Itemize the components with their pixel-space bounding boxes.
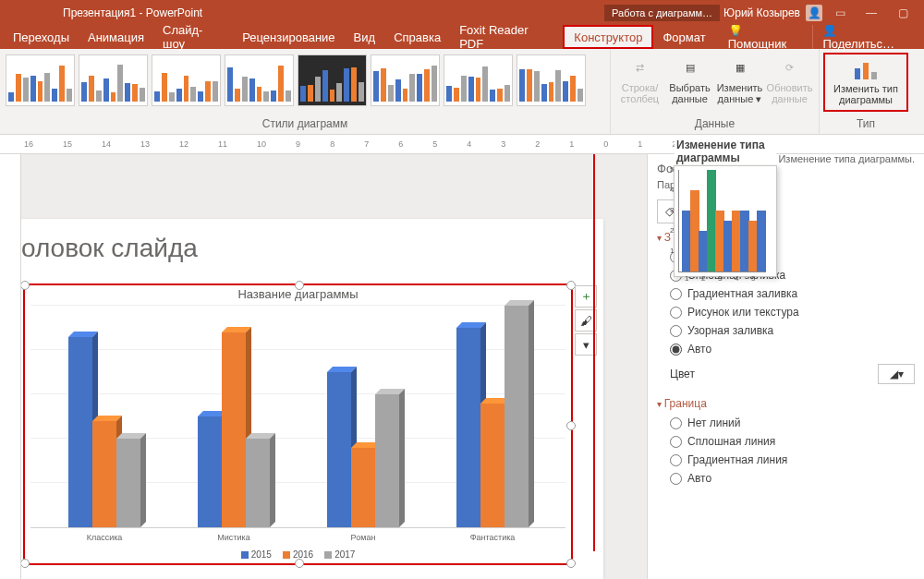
tab-справка[interactable]: Справка	[384, 25, 450, 49]
chart-style-thumb[interactable]	[371, 54, 440, 106]
category-label: Фантастика	[437, 533, 548, 542]
color-label: Цвет	[670, 368, 695, 380]
data-group-label: Данные	[611, 115, 819, 134]
type-group-label: Тип	[820, 115, 912, 134]
tell-me-button[interactable]: 💡 Помощник	[719, 25, 813, 49]
chart-object[interactable]: Название диаграммы КлассикаМистикаРоманФ…	[23, 283, 573, 565]
bar-chart-icon	[851, 59, 881, 81]
avatar-icon: 👤	[806, 5, 822, 21]
tab-вид[interactable]: Вид	[345, 25, 385, 49]
bar[interactable]	[327, 372, 351, 527]
ribbon-options-icon[interactable]: ▭	[826, 0, 854, 25]
chart-style-thumb[interactable]	[79, 54, 148, 106]
resize-handle[interactable]	[295, 281, 304, 290]
edit-data-button[interactable]: ▦Изменить данные ▾	[716, 54, 764, 104]
contextual-tab-label: Работа с диаграмм…	[604, 5, 720, 21]
user-label[interactable]: Юрий Козырев 👤	[723, 5, 822, 21]
slide-canvas[interactable]: оловок слайда Название диаграммы Классик…	[21, 219, 603, 579]
tab-рецензирование[interactable]: Рецензирование	[233, 25, 344, 49]
bar[interactable]	[351, 448, 375, 527]
border-option[interactable]: Нет линий	[657, 414, 915, 432]
svg-rect-0	[855, 68, 860, 79]
chart-filter-button[interactable]: ▾	[575, 333, 597, 356]
change-chart-type-tooltip: Изменение типа диаграммы Изменение типа …	[674, 165, 777, 277]
styles-group-label: Стили диаграмм	[0, 115, 610, 134]
format-pane[interactable]: Фо Пара ◇ З Нет заливки Сплошная заливка…	[647, 154, 924, 579]
fill-option[interactable]: Градиентная заливка	[657, 284, 915, 303]
chart-style-thumb[interactable]	[298, 54, 367, 106]
bar[interactable]	[505, 306, 529, 527]
resize-handle[interactable]	[566, 421, 576, 430]
category-label: Мистика	[178, 533, 289, 542]
bar[interactable]	[198, 416, 222, 527]
resize-handle[interactable]	[295, 559, 304, 568]
chart-styles-button[interactable]: 🖌	[575, 309, 597, 332]
horizontal-ruler: 1615141312111098765432101234	[0, 135, 924, 154]
chart-style-thumb[interactable]	[517, 54, 586, 106]
share-button[interactable]: 👤 Поделитьс…	[812, 25, 920, 49]
tab-конструктор[interactable]: Конструктор	[563, 25, 653, 49]
resize-handle[interactable]	[21, 559, 30, 568]
svg-rect-1	[863, 63, 869, 79]
bar[interactable]	[480, 404, 505, 527]
tab-формат[interactable]: Формат	[653, 25, 714, 49]
category-label: Классика	[49, 533, 160, 542]
tab-слайд-шоу[interactable]: Слайд-шоу	[153, 25, 233, 49]
color-picker-button[interactable]: ◢▾	[878, 364, 915, 384]
refresh-data-button: ⟳Обновить данные	[766, 54, 814, 104]
bar[interactable]	[246, 439, 270, 527]
chart-elements-button[interactable]: ＋	[575, 285, 597, 308]
change-chart-type-button[interactable]: Изменить тип диаграммы	[823, 53, 908, 112]
fill-option[interactable]: Авто	[657, 340, 915, 358]
category-label: Роман	[308, 533, 419, 542]
tab-анимация[interactable]: Анимация	[79, 25, 153, 49]
border-section[interactable]: Граница	[657, 397, 915, 410]
legend-item[interactable]: 2017	[324, 549, 355, 560]
border-option[interactable]: Сплошная линия	[657, 432, 915, 451]
bar[interactable]	[116, 439, 140, 527]
bar[interactable]	[68, 337, 92, 527]
fill-option[interactable]: Узорная заливка	[657, 321, 915, 340]
chart-style-thumb[interactable]	[444, 54, 513, 106]
minimize-icon[interactable]: —	[857, 0, 885, 25]
slide-title-placeholder[interactable]: оловок слайда	[21, 234, 198, 263]
select-data-button[interactable]: ▤Выбрать данные	[666, 54, 714, 104]
fill-option[interactable]: Рисунок или текстура	[657, 303, 915, 321]
tab-foxit reader pdf[interactable]: Foxit Reader PDF	[450, 25, 563, 49]
bar[interactable]	[456, 328, 480, 527]
chart-style-thumb[interactable]	[152, 54, 221, 106]
document-title: Презентация1 - PowerPoint	[63, 6, 202, 19]
mini-bar	[757, 211, 766, 271]
bar[interactable]	[92, 421, 116, 527]
legend-item[interactable]: 2015	[241, 549, 272, 560]
chart-style-thumb[interactable]	[6, 54, 75, 106]
swap-row-col-button: ⇄Строка/ столбец	[616, 54, 664, 104]
chart-style-thumb[interactable]	[225, 54, 294, 106]
resize-handle[interactable]	[566, 559, 576, 568]
bar[interactable]	[375, 394, 399, 527]
svg-rect-2	[871, 72, 877, 79]
tab-переходы[interactable]: Переходы	[4, 25, 79, 49]
border-option[interactable]: Авто	[657, 469, 915, 488]
bar[interactable]	[222, 332, 246, 527]
vertical-ruler	[0, 154, 21, 579]
restore-icon[interactable]: ▢	[889, 0, 917, 25]
border-option[interactable]: Градиентная линия	[657, 451, 915, 469]
